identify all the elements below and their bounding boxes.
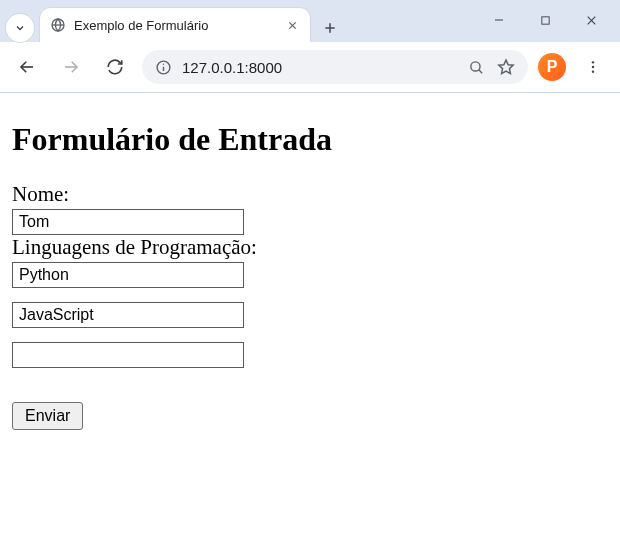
star-icon [497,58,515,76]
entry-form: Nome: Linguagens de Programação: Enviar [12,182,608,430]
close-icon [287,20,298,31]
svg-point-19 [592,70,594,72]
browser-chrome: Exemplo de Formulário [0,0,620,93]
back-button[interactable] [10,50,44,84]
submit-button[interactable]: Enviar [12,402,83,430]
tab-title: Exemplo de Formulário [74,18,276,33]
info-icon [155,59,172,76]
language-input-3[interactable] [12,342,244,368]
globe-icon [50,17,66,33]
reload-button[interactable] [98,50,132,84]
kebab-menu-icon [585,59,601,75]
close-tab-button[interactable] [284,17,300,33]
bookmark-button[interactable] [496,57,516,77]
minimize-icon [493,14,505,26]
browser-menu-button[interactable] [576,50,610,84]
submit-row: Enviar [12,402,608,430]
zoom-button[interactable] [466,57,486,77]
close-icon [585,14,598,27]
svg-point-18 [592,66,594,68]
languages-group [12,262,608,368]
address-bar[interactable] [142,50,528,84]
arrow-left-icon [18,58,36,76]
chevron-down-icon [14,22,26,34]
browser-toolbar: P [0,42,620,92]
forward-button[interactable] [54,50,88,84]
extension-button[interactable]: P [538,53,566,81]
tab-search-button[interactable] [6,14,34,42]
name-label: Nome: [12,182,608,207]
svg-point-14 [470,61,479,70]
tab-strip: Exemplo de Formulário [0,0,620,42]
close-window-button[interactable] [568,4,614,36]
browser-tab-active[interactable]: Exemplo de Formulário [40,8,310,42]
svg-point-13 [162,63,163,64]
svg-line-15 [478,69,481,72]
minimize-button[interactable] [476,4,522,36]
language-input-1[interactable] [12,262,244,288]
svg-rect-6 [541,16,548,23]
magnifier-icon [468,59,485,76]
page-content: Formulário de Entrada Nome: Linguagens d… [0,93,620,444]
url-input[interactable] [182,59,456,76]
svg-point-17 [592,61,594,63]
svg-marker-16 [499,60,513,74]
name-input[interactable] [12,209,244,235]
maximize-button[interactable] [522,4,568,36]
plus-icon [323,21,337,35]
reload-icon [106,58,124,76]
page-title: Formulário de Entrada [12,121,608,158]
arrow-right-icon [62,58,80,76]
maximize-icon [540,15,551,26]
site-info-button[interactable] [154,58,172,76]
language-input-2[interactable] [12,302,244,328]
new-tab-button[interactable] [316,14,344,42]
extension-letter: P [547,58,558,76]
window-controls [476,4,614,36]
languages-label: Linguagens de Programação: [12,235,608,260]
